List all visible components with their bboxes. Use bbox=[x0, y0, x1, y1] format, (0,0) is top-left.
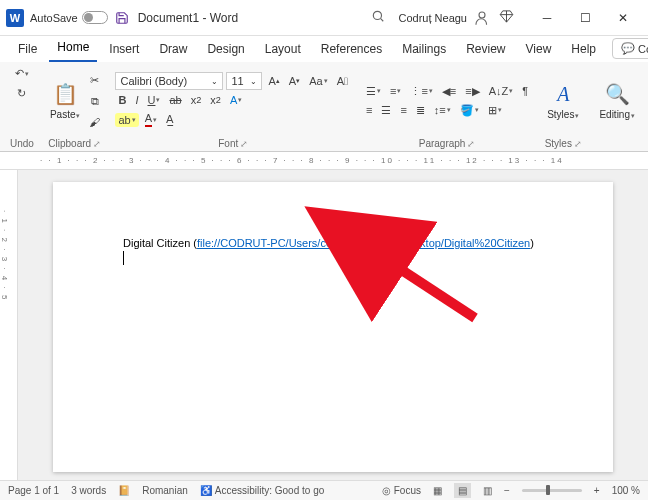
save-icon[interactable] bbox=[114, 10, 130, 26]
tab-review[interactable]: Review bbox=[458, 38, 513, 62]
justify-button[interactable]: ≣ bbox=[413, 102, 428, 119]
decrease-indent-button[interactable]: ◀≡ bbox=[439, 83, 459, 100]
font-dialog-launcher[interactable]: ⤢ bbox=[240, 139, 248, 149]
cut-button[interactable]: ✂ bbox=[86, 72, 103, 89]
document-page[interactable]: Digital Citizen (file://CODRUT-PC/Users/… bbox=[53, 182, 613, 472]
search-icon[interactable] bbox=[371, 9, 385, 26]
font-name-select[interactable]: Calibri (Body)⌄ bbox=[115, 72, 223, 90]
comment-icon: 💬 bbox=[621, 42, 635, 55]
horizontal-ruler[interactable]: · · 1 · · · 2 · · · 3 · · · 4 · · · 5 · … bbox=[0, 152, 648, 170]
tab-view[interactable]: View bbox=[518, 38, 560, 62]
clear-formatting-button[interactable]: A⃠ bbox=[334, 73, 351, 89]
numbering-button[interactable]: ≡ bbox=[387, 83, 404, 99]
styles-icon: A bbox=[557, 81, 569, 107]
align-left-button[interactable]: ≡ bbox=[363, 102, 375, 118]
document-workspace: · 1 · 2 · 3 · 4 · 5 Digital Citizen (fil… bbox=[0, 170, 648, 480]
undo-button[interactable]: ↶ bbox=[12, 65, 32, 82]
web-layout-button[interactable]: ▥ bbox=[483, 485, 492, 496]
svg-line-1 bbox=[380, 19, 383, 22]
zoom-out-button[interactable]: − bbox=[504, 485, 510, 496]
superscript-button[interactable]: x2 bbox=[207, 92, 224, 108]
user-avatar-icon[interactable] bbox=[473, 9, 491, 27]
format-painter-button[interactable]: 🖌 bbox=[86, 114, 103, 130]
hyperlink[interactable]: file://CODRUT-PC/Users/codru/OneDrive/De… bbox=[197, 237, 530, 249]
zoom-in-button[interactable]: + bbox=[594, 485, 600, 496]
text-prefix: Digital Citizen ( bbox=[123, 237, 197, 249]
read-mode-button[interactable]: ▦ bbox=[433, 485, 442, 496]
copy-button[interactable]: ⧉ bbox=[86, 93, 103, 110]
document-line-1[interactable]: Digital Citizen (file://CODRUT-PC/Users/… bbox=[123, 237, 543, 249]
accessibility-status[interactable]: ♿ Accessibility: Good to go bbox=[200, 485, 325, 496]
find-icon: 🔍 bbox=[605, 81, 630, 107]
premium-diamond-icon[interactable] bbox=[499, 9, 514, 27]
shading-button[interactable]: 🪣 bbox=[457, 102, 482, 119]
bullets-button[interactable]: ☰ bbox=[363, 83, 384, 100]
font-size-select[interactable]: 11⌄ bbox=[226, 72, 262, 90]
decrease-font-button[interactable]: A▾ bbox=[286, 73, 303, 89]
paste-button[interactable]: 📋 Paste bbox=[46, 79, 85, 122]
vertical-ruler[interactable]: · 1 · 2 · 3 · 4 · 5 bbox=[0, 170, 18, 480]
zoom-slider[interactable] bbox=[522, 489, 582, 492]
zoom-level[interactable]: 100 % bbox=[612, 485, 640, 496]
increase-indent-button[interactable]: ≡▶ bbox=[462, 83, 482, 100]
word-count[interactable]: 3 words bbox=[71, 485, 106, 496]
redo-button[interactable]: ↻ bbox=[14, 85, 29, 102]
focus-icon: ◎ bbox=[382, 485, 391, 496]
bold-button[interactable]: B bbox=[115, 92, 129, 108]
page-scroll-area[interactable]: Digital Citizen (file://CODRUT-PC/Users/… bbox=[18, 170, 648, 480]
tab-mailings[interactable]: Mailings bbox=[394, 38, 454, 62]
highlight-button[interactable]: ab bbox=[115, 113, 138, 127]
line-spacing-button[interactable]: ↕≡ bbox=[431, 102, 454, 118]
tab-draw[interactable]: Draw bbox=[151, 38, 195, 62]
multilevel-button[interactable]: ⋮≡ bbox=[407, 83, 435, 100]
comments-label: Comments bbox=[638, 43, 648, 55]
increase-font-button[interactable]: A▴ bbox=[265, 73, 282, 89]
tab-file[interactable]: File bbox=[10, 38, 45, 62]
font-color-button[interactable]: A bbox=[142, 110, 160, 129]
user-name[interactable]: Codruț Neagu bbox=[399, 12, 468, 24]
subscript-button[interactable]: x2 bbox=[188, 92, 205, 108]
focus-label: Focus bbox=[394, 485, 421, 496]
tab-design[interactable]: Design bbox=[199, 38, 252, 62]
align-center-button[interactable]: ☰ bbox=[378, 102, 394, 119]
spell-check-icon[interactable]: 📔 bbox=[118, 485, 130, 496]
styles-button[interactable]: A Styles bbox=[543, 79, 583, 122]
group-editing: 🔍 Editing bbox=[591, 65, 643, 151]
maximize-button[interactable]: ☐ bbox=[566, 4, 604, 32]
character-border-button[interactable]: A̲ bbox=[163, 111, 177, 128]
font-group-label: Font ⤢ bbox=[218, 136, 248, 151]
paragraph-dialog-launcher[interactable]: ⤢ bbox=[467, 139, 475, 149]
borders-button[interactable]: ⊞ bbox=[485, 102, 505, 119]
strikethrough-button[interactable]: ab bbox=[166, 92, 184, 108]
accessibility-label: Accessibility: Good to go bbox=[215, 485, 325, 496]
italic-button[interactable]: I bbox=[132, 92, 141, 108]
tab-insert[interactable]: Insert bbox=[101, 38, 147, 62]
svg-point-0 bbox=[373, 11, 381, 19]
autosave-toggle[interactable] bbox=[82, 11, 108, 24]
clipboard-dialog-launcher[interactable]: ⤢ bbox=[93, 139, 101, 149]
paste-icon: 📋 bbox=[53, 81, 78, 107]
styles-dialog-launcher[interactable]: ⤢ bbox=[574, 139, 582, 149]
language-status[interactable]: Romanian bbox=[142, 485, 188, 496]
tab-help[interactable]: Help bbox=[563, 38, 604, 62]
autosave-label: AutoSave bbox=[30, 12, 78, 24]
align-right-button[interactable]: ≡ bbox=[397, 102, 409, 118]
text-cursor bbox=[123, 251, 124, 265]
page-count[interactable]: Page 1 of 1 bbox=[8, 485, 59, 496]
change-case-button[interactable]: Aa bbox=[306, 73, 330, 89]
underline-button[interactable]: U bbox=[145, 92, 164, 108]
show-marks-button[interactable]: ¶ bbox=[519, 83, 531, 99]
tab-references[interactable]: References bbox=[313, 38, 390, 62]
tab-layout[interactable]: Layout bbox=[257, 38, 309, 62]
sort-button[interactable]: A↓Z bbox=[486, 83, 517, 99]
comments-button[interactable]: 💬 Comments ⌄ bbox=[612, 38, 648, 59]
title-bar: W AutoSave Document1 - Word Codruț Neagu… bbox=[0, 0, 648, 36]
print-layout-button[interactable]: ▤ bbox=[454, 483, 471, 498]
minimize-button[interactable]: ─ bbox=[528, 4, 566, 32]
focus-mode-button[interactable]: ◎ Focus bbox=[382, 485, 421, 496]
editing-button[interactable]: 🔍 Editing bbox=[595, 79, 639, 122]
tab-home[interactable]: Home bbox=[49, 36, 97, 62]
paragraph-group-label: Paragraph ⤢ bbox=[419, 136, 476, 151]
close-button[interactable]: ✕ bbox=[604, 4, 642, 32]
text-effects-button[interactable]: A bbox=[227, 92, 245, 108]
